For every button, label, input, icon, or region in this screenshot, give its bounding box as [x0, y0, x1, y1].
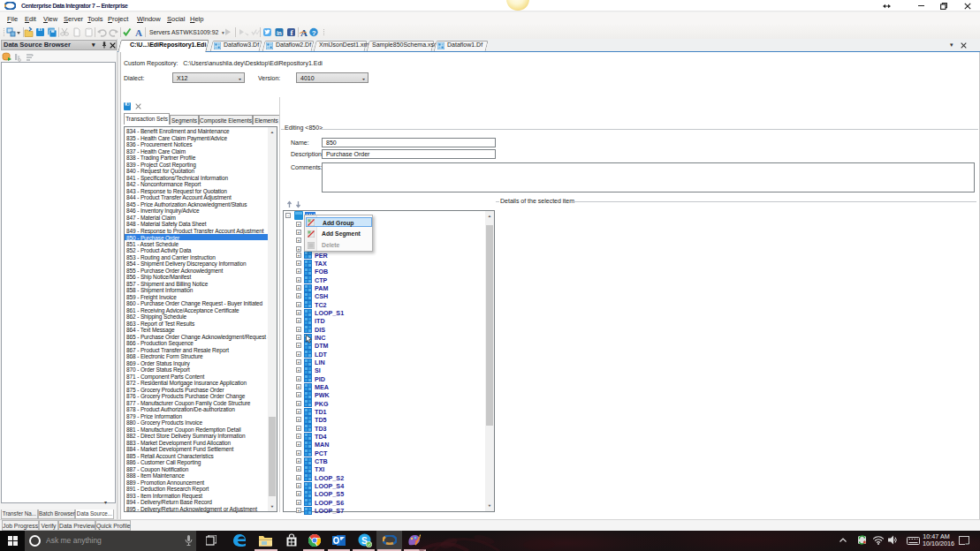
svg-text:?: ? [312, 29, 316, 37]
svg-text:A: A [135, 27, 142, 38]
svg-text:in: in [277, 30, 282, 36]
